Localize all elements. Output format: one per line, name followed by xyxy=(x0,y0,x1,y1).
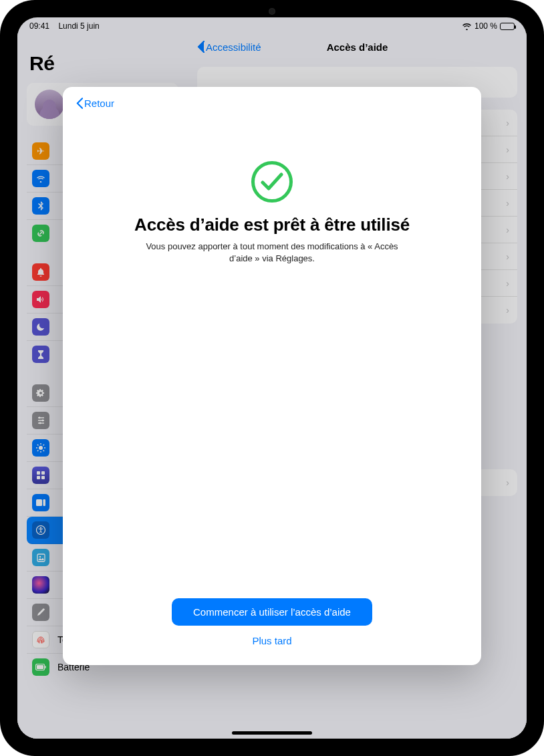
bell-icon xyxy=(32,263,49,281)
detail-nav: Accessibilité Accès d’aide xyxy=(188,33,527,60)
svg-point-1 xyxy=(41,420,43,422)
pencil-icon xyxy=(32,604,49,621)
airplane-icon: ✈ xyxy=(32,142,49,160)
svg-point-2 xyxy=(39,422,41,424)
brightness-icon xyxy=(32,439,49,457)
battery-icon xyxy=(32,658,49,676)
battery-icon xyxy=(500,23,515,30)
svg-line-8 xyxy=(37,445,38,445)
chevron-right-icon: › xyxy=(506,225,509,235)
status-date: Lundi 5 juin xyxy=(58,21,99,31)
chevron-right-icon: › xyxy=(506,198,509,209)
screen: 09:41 Lundi 5 juin 100 % Ré xyxy=(17,17,527,739)
front-camera xyxy=(269,8,275,15)
sidebar-heading: Ré xyxy=(29,52,178,75)
svg-point-21 xyxy=(39,555,40,557)
avatar xyxy=(35,90,64,119)
svg-rect-15 xyxy=(41,476,45,479)
wifi-icon xyxy=(462,23,472,30)
assistive-access-ready-sheet: Retour Accès d’aide est prêt à être util… xyxy=(63,87,481,665)
sheet-back-button[interactable]: Retour xyxy=(76,98,114,109)
chevron-right-icon: › xyxy=(506,144,509,155)
speaker-icon xyxy=(32,291,49,308)
sheet-actions: Commencer à utiliser l’accès d’aide Plus… xyxy=(76,598,468,652)
fingerprint-icon xyxy=(32,631,49,648)
svg-rect-12 xyxy=(37,471,40,475)
svg-point-19 xyxy=(40,527,41,528)
start-assistive-access-button[interactable]: Commencer à utiliser l’accès d’aide xyxy=(172,598,372,626)
svg-rect-17 xyxy=(43,499,46,506)
home-indicator[interactable] xyxy=(232,731,312,735)
status-left: 09:41 Lundi 5 juin xyxy=(29,21,100,31)
sheet-back-label: Retour xyxy=(84,98,114,109)
status-right: 100 % xyxy=(462,21,515,31)
nav-back-button[interactable]: Accessibilité xyxy=(197,41,261,53)
gear-icon xyxy=(32,384,49,402)
svg-rect-23 xyxy=(45,666,46,668)
svg-point-0 xyxy=(38,417,40,419)
multitask-icon xyxy=(32,494,49,511)
status-bar: 09:41 Lundi 5 juin 100 % xyxy=(17,17,527,33)
svg-line-9 xyxy=(43,451,44,451)
nav-back-label: Accessibilité xyxy=(206,41,261,53)
sliders-icon xyxy=(32,412,49,429)
bluetooth-icon xyxy=(32,197,49,215)
wallpaper-icon xyxy=(32,549,49,566)
ipad-frame: 09:41 Lundi 5 juin 100 % Ré xyxy=(0,0,544,756)
chevron-right-icon: › xyxy=(506,118,509,128)
sheet-title: Accès d’aide est prêt à être utilisé xyxy=(134,215,410,235)
battery-percent: 100 % xyxy=(474,21,497,31)
link-icon xyxy=(32,225,49,242)
hourglass-icon xyxy=(32,346,49,363)
nav-title: Accès d’aide xyxy=(327,41,388,53)
grid-icon xyxy=(32,467,49,484)
moon-icon xyxy=(32,318,49,336)
chevron-right-icon: › xyxy=(506,171,509,182)
accessibility-icon xyxy=(32,521,49,539)
chevron-right-icon: › xyxy=(506,251,509,262)
svg-rect-14 xyxy=(37,476,40,479)
svg-line-11 xyxy=(43,445,44,445)
svg-rect-16 xyxy=(36,499,42,506)
svg-line-10 xyxy=(37,451,38,451)
chevron-right-icon: › xyxy=(506,278,509,289)
svg-rect-20 xyxy=(37,554,45,561)
chevron-right-icon: › xyxy=(506,477,509,488)
chevron-right-icon: › xyxy=(506,305,509,316)
later-button[interactable]: Plus tard xyxy=(249,632,294,649)
svg-rect-13 xyxy=(41,471,45,475)
check-circle-icon xyxy=(251,161,293,203)
wifi-icon xyxy=(32,170,49,187)
siri-icon xyxy=(32,576,49,594)
sheet-content: Accès d’aide est prêt à être utilisé Vou… xyxy=(76,109,468,598)
svg-point-3 xyxy=(39,446,43,450)
svg-rect-24 xyxy=(37,665,43,669)
sheet-subtitle: Vous pouvez apporter à tout moment des m… xyxy=(138,241,406,264)
status-time: 09:41 xyxy=(29,21,49,31)
